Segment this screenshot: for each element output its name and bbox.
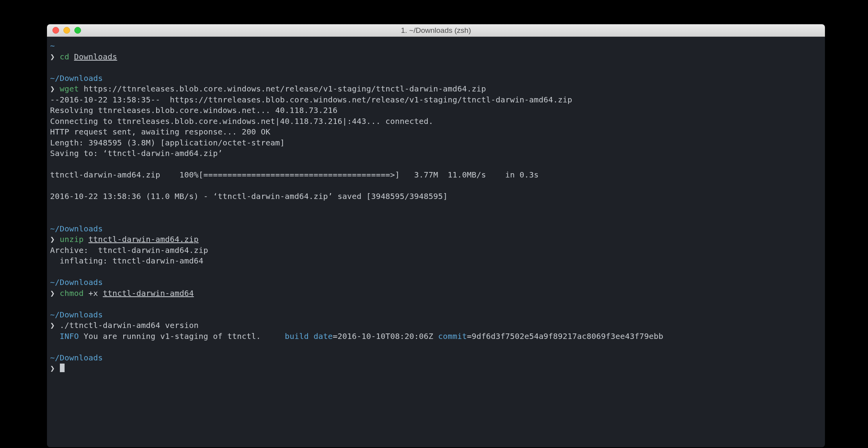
- command-arg: +x: [88, 289, 103, 298]
- command: ./ttnctl-darwin-amd64 version: [60, 321, 199, 330]
- prompt-symbol: ❯: [50, 364, 55, 373]
- command: wget: [60, 84, 79, 93]
- prompt-symbol: ❯: [50, 289, 55, 298]
- command-output: --2016-10-22 13:58:35-- https://ttnrelea…: [50, 95, 572, 201]
- window-title: 1. ~/Downloads (zsh): [47, 26, 825, 35]
- log-kv-key: commit: [438, 332, 467, 341]
- cwd-path: ~/Downloads: [50, 73, 103, 83]
- close-icon[interactable]: [52, 27, 59, 34]
- log-kv-key: build date: [285, 332, 333, 341]
- prompt-symbol: ❯: [50, 321, 55, 330]
- command-arg: Downloads: [74, 52, 117, 61]
- cwd-path: ~/Downloads: [50, 353, 103, 362]
- cwd-path: ~/Downloads: [50, 278, 103, 287]
- command-arg: ttnctl-darwin-amd64: [103, 289, 194, 298]
- log-level: INFO: [59, 332, 79, 341]
- cwd-path: ~: [50, 41, 55, 50]
- command: chmod: [60, 289, 84, 298]
- window-titlebar: 1. ~/Downloads (zsh): [47, 24, 825, 37]
- command-output: Archive: ttnctl-darwin-amd64.zip inflati…: [50, 246, 208, 266]
- cursor: [60, 364, 65, 372]
- log-kv-value: =9df6d3f7502e54a9f89217ac8069f3ee43f79eb…: [467, 332, 663, 341]
- zoom-icon[interactable]: [74, 27, 81, 34]
- prompt-symbol: ❯: [50, 52, 55, 61]
- traffic-lights: [47, 27, 81, 34]
- terminal-body[interactable]: ~ ❯ cd Downloads ~/Downloads ❯ wget http…: [47, 37, 825, 378]
- log-message: You are running v1-staging of ttnctl.: [79, 332, 285, 341]
- prompt-symbol: ❯: [50, 84, 55, 93]
- prompt-symbol: ❯: [50, 235, 55, 244]
- log-kv-value: =2016-10-10T08:20:06Z: [333, 332, 438, 341]
- terminal-window: 1. ~/Downloads (zsh) ~ ❯ cd Downloads ~/…: [47, 24, 825, 447]
- command-arg: https://ttnreleases.blob.core.windows.ne…: [84, 84, 486, 93]
- command: cd: [60, 52, 69, 61]
- cwd-path: ~/Downloads: [50, 310, 103, 319]
- command: unzip: [60, 235, 84, 244]
- minimize-icon[interactable]: [63, 27, 70, 34]
- cwd-path: ~/Downloads: [50, 224, 103, 233]
- command-arg: ttnctl-darwin-amd64.zip: [88, 235, 199, 244]
